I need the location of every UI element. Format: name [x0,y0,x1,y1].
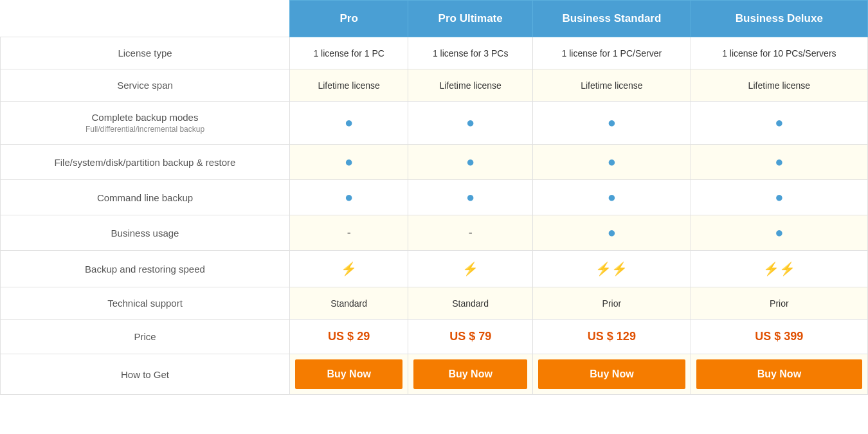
check-dot-icon: ● [345,114,353,131]
header-empty [1,1,290,37]
check-dot-icon: ● [608,224,616,240]
table-row: License type1 license for 1 PC1 license … [1,37,868,69]
header-pro-ultimate: Pro Ultimate [408,1,533,37]
feature-label-3: File/system/disk/partition backup & rest… [1,145,290,180]
cell-5-1: - [408,215,533,251]
cell-9-1: Buy Now [408,354,533,395]
check-dot-icon: ● [608,154,616,170]
cell-6-0: ⚡ [290,251,408,287]
cell-6-1: ⚡ [408,251,533,287]
lightning-icon: ⚡⚡ [763,262,795,276]
header-business-standard: Business Standard [533,1,691,37]
cell-4-0: ● [290,180,408,215]
cell-2-0: ● [290,102,408,145]
header-business-deluxe: Business Deluxe [691,1,867,37]
cell-8-0: US $ 29 [290,320,408,354]
buy-now-button-0[interactable]: Buy Now [295,359,402,389]
check-dot-icon: ● [608,189,616,205]
table-row: Service spanLifetime licenseLifetime lic… [1,69,868,102]
table-row: Complete backup modesFull/differential/i… [1,102,868,145]
cell-1-2: Lifetime license [533,69,691,102]
cell-2-3: ● [691,102,867,145]
cell-5-2: ● [533,215,691,251]
cell-0-3: 1 license for 10 PCs/Servers [691,37,867,69]
header-pro: Pro [290,1,408,37]
cell-7-2: Prior [533,287,691,320]
table-row: Command line backup●●●● [1,180,868,215]
check-dot-icon: ● [345,154,353,170]
cell-5-0: - [290,215,408,251]
cell-2-2: ● [533,102,691,145]
cell-9-0: Buy Now [290,354,408,395]
check-dot-icon: ● [775,224,783,240]
table-row: Technical supportStandardStandardPriorPr… [1,287,868,320]
cell-5-3: ● [691,215,867,251]
cell-0-1: 1 license for 3 PCs [408,37,533,69]
cell-9-3: Buy Now [691,354,867,395]
cell-8-2: US $ 129 [533,320,691,354]
feature-label-7: Technical support [1,287,290,320]
check-dot-icon: ● [466,114,475,131]
feature-label-5: Business usage [1,215,290,251]
table-row: PriceUS $ 29US $ 79US $ 129US $ 399 [1,320,868,354]
cell-1-3: Lifetime license [691,69,867,102]
cell-3-3: ● [691,145,867,180]
cell-7-0: Standard [290,287,408,320]
feature-label-6: Backup and restoring speed [1,251,290,287]
cell-9-2: Buy Now [533,354,691,395]
lightning-icon: ⚡ [341,262,357,276]
cell-4-3: ● [691,180,867,215]
cell-7-3: Prior [691,287,867,320]
buy-now-button-1[interactable]: Buy Now [413,359,527,389]
dash-icon: - [469,226,473,239]
check-dot-icon: ● [608,114,616,131]
table-row: How to GetBuy NowBuy NowBuy NowBuy Now [1,354,868,395]
dash-icon: - [347,226,351,239]
cell-2-1: ● [408,102,533,145]
cell-0-0: 1 license for 1 PC [290,37,408,69]
check-dot-icon: ● [466,154,475,170]
cell-8-3: US $ 399 [691,320,867,354]
buy-now-button-3[interactable]: Buy Now [696,359,862,389]
feature-label-4: Command line backup [1,180,290,215]
buy-now-button-2[interactable]: Buy Now [538,359,685,389]
check-dot-icon: ● [345,189,353,205]
feature-label-8: Price [1,320,290,354]
check-dot-icon: ● [775,114,783,131]
cell-1-1: Lifetime license [408,69,533,102]
feature-label-0: License type [1,37,290,69]
check-dot-icon: ● [775,154,783,170]
lightning-icon: ⚡⚡ [595,262,628,276]
check-dot-icon: ● [466,189,475,205]
cell-0-2: 1 license for 1 PC/Server [533,37,691,69]
table-row: File/system/disk/partition backup & rest… [1,145,868,180]
cell-4-1: ● [408,180,533,215]
cell-1-0: Lifetime license [290,69,408,102]
table-row: Backup and restoring speed⚡⚡⚡⚡⚡⚡ [1,251,868,287]
comparison-table: Pro Pro Ultimate Business Standard Busin… [0,0,868,395]
check-dot-icon: ● [775,189,783,205]
cell-3-2: ● [533,145,691,180]
lightning-icon: ⚡ [462,262,478,276]
table-row: Business usage--●● [1,215,868,251]
feature-label-2: Complete backup modesFull/differential/i… [1,102,290,145]
feature-label-9: How to Get [1,354,290,395]
cell-6-2: ⚡⚡ [533,251,691,287]
cell-6-3: ⚡⚡ [691,251,867,287]
comparison-table-wrapper: Pro Pro Ultimate Business Standard Busin… [0,0,868,395]
feature-label-1: Service span [1,69,290,102]
cell-3-1: ● [408,145,533,180]
cell-8-1: US $ 79 [408,320,533,354]
cell-3-0: ● [290,145,408,180]
cell-4-2: ● [533,180,691,215]
cell-7-1: Standard [408,287,533,320]
